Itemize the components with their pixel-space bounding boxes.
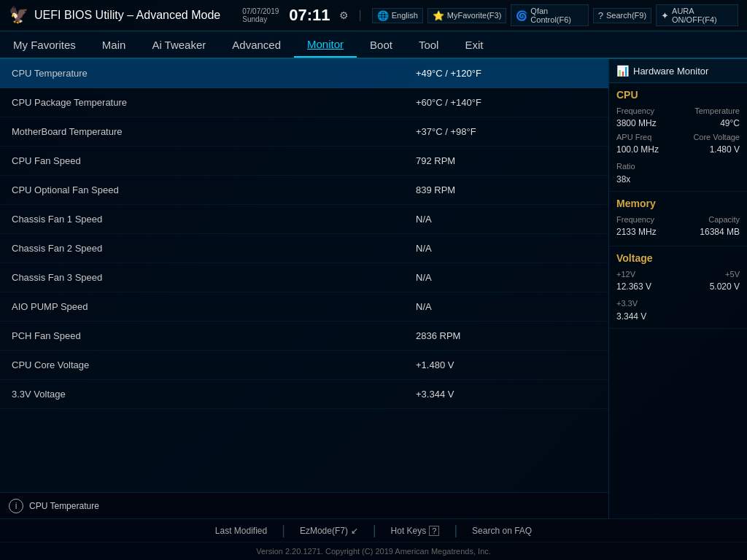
hw-v12-val: 12.363 V: [616, 281, 651, 292]
hotkeys-label: Hot Keys: [391, 526, 427, 536]
status-text: CPU Temperature: [29, 501, 99, 511]
main-nav: My Favorites Main Ai Tweaker Advanced Mo…: [0, 31, 747, 59]
footer-hotkeys[interactable]: Hot Keys ?: [376, 526, 454, 536]
header: 🦅 UEFI BIOS Utility – Advanced Mode 07/0…: [0, 0, 747, 31]
qfan-label: Qfan Control(F6): [530, 7, 583, 24]
hw-v12-val-row: 12.363 V 5.020 V: [616, 281, 740, 292]
row-label: PCH Fan Speed: [0, 330, 404, 341]
hw-v33-label: +3.3V: [616, 299, 638, 308]
footer-links: Last Modified | EzMode(F7) ↙ | Hot Keys …: [0, 519, 747, 542]
english-label: English: [392, 11, 418, 20]
row-value: +37°C / +98°F: [404, 126, 608, 137]
hotkeys-key: ?: [429, 526, 439, 536]
globe-icon: 🌐: [377, 10, 389, 21]
hw-mem-title: Memory: [616, 198, 740, 209]
nav-aitweaker[interactable]: Ai Tweaker: [139, 31, 219, 58]
hw-v12-row: +12V +5V: [616, 270, 740, 279]
table-row[interactable]: CPU Temperature +49°C / +120°F: [0, 59, 608, 88]
search-btn[interactable]: ? Search(F9): [593, 8, 651, 23]
hw-voltage-section: Voltage +12V +5V 12.363 V 5.020 V +3.3V …: [609, 246, 747, 329]
hw-corevolt-label: Core Voltage: [693, 133, 740, 141]
nav-boot[interactable]: Boot: [357, 31, 406, 58]
row-value: +49°C / +120°F: [404, 68, 608, 79]
hw-mem-freq-val: 2133 MHz: [616, 227, 657, 237]
table-row[interactable]: MotherBoard Temperature +37°C / +98°F: [0, 117, 608, 147]
hw-ratio-block: Ratio: [616, 159, 740, 172]
aura-label: AURA ON/OFF(F4): [672, 7, 733, 24]
status-bar: i CPU Temperature: [0, 492, 608, 518]
row-label: Chassis Fan 3 Speed: [0, 272, 404, 283]
footer-ezmode[interactable]: EzMode(F7) ↙: [285, 526, 373, 536]
row-label: CPU Fan Speed: [0, 155, 404, 166]
monitor-table: CPU Temperature +49°C / +120°F CPU Packa…: [0, 59, 608, 492]
nav-monitor[interactable]: Monitor: [294, 31, 357, 58]
table-row[interactable]: CPU Fan Speed 792 RPM: [0, 147, 608, 176]
nav-exit[interactable]: Exit: [452, 31, 496, 58]
hw-v5-label: +5V: [725, 270, 740, 279]
hw-v12-label: +12V: [616, 270, 635, 279]
table-row[interactable]: Chassis Fan 1 Speed N/A: [0, 205, 608, 234]
hw-mem-cap-label: Capacity: [708, 215, 740, 224]
row-label: Chassis Fan 2 Speed: [0, 243, 404, 254]
nav-tool[interactable]: Tool: [406, 31, 452, 58]
header-controls: 🌐 English ⭐ MyFavorite(F3) 🌀 Qfan Contro…: [372, 4, 738, 26]
row-label: CPU Package Temperature: [0, 97, 404, 108]
myfavorite-label: MyFavorite(F3): [447, 11, 502, 20]
hw-v33-val-block: 3.344 V: [616, 309, 740, 322]
hw-cpu-temp-val: 49°C: [720, 118, 740, 128]
question-icon: ?: [598, 10, 603, 21]
myfavorite-btn[interactable]: ⭐ MyFavorite(F3): [427, 8, 507, 23]
hw-volt-title: Voltage: [616, 252, 740, 264]
table-row[interactable]: PCH Fan Speed 2836 RPM: [0, 322, 608, 351]
row-value: N/A: [404, 214, 608, 225]
left-panel: CPU Temperature +49°C / +120°F CPU Packa…: [0, 59, 608, 518]
table-row[interactable]: CPU Optional Fan Speed 839 RPM: [0, 176, 608, 205]
hw-mem-freq-label: Frequency: [616, 215, 654, 224]
table-row[interactable]: CPU Package Temperature +60°C / +140°F: [0, 88, 608, 117]
hw-cpu-section: CPU Frequency Temperature 3800 MHz 49°C …: [609, 83, 747, 192]
table-row[interactable]: CPU Core Voltage +1.480 V: [0, 351, 608, 380]
table-row[interactable]: Chassis Fan 2 Speed N/A: [0, 234, 608, 263]
row-value: 2836 RPM: [404, 330, 608, 341]
hw-monitor-title: 📊 Hardware Monitor: [609, 59, 747, 83]
star-icon: ⭐: [433, 10, 444, 21]
main-content: CPU Temperature +49°C / +120°F CPU Packa…: [0, 59, 747, 518]
nav-main[interactable]: Main: [89, 31, 139, 58]
search-label: Search(F9): [606, 11, 646, 20]
row-value: N/A: [404, 301, 608, 312]
aura-icon: ✦: [661, 10, 669, 21]
gear-icon[interactable]: ⚙: [339, 9, 349, 21]
hw-memory-section: Memory Frequency Capacity 2133 MHz 16384…: [609, 192, 747, 246]
row-value: +60°C / +140°F: [404, 97, 608, 108]
header-datetime: 07/07/2019 Sunday: [242, 7, 279, 23]
row-value: +3.344 V: [404, 389, 608, 400]
row-label: MotherBoard Temperature: [0, 126, 404, 137]
hw-cpu-freq-val: 3800 MHz: [616, 118, 657, 128]
table-row[interactable]: AIO PUMP Speed N/A: [0, 292, 608, 322]
table-row[interactable]: Chassis Fan 3 Speed N/A: [0, 263, 608, 292]
hw-v5-val: 5.020 V: [710, 281, 740, 292]
hw-apu-label: APU Freq: [616, 133, 651, 141]
hw-ratio-val: 38x: [616, 174, 630, 184]
row-value: 792 RPM: [404, 155, 608, 166]
aura-btn[interactable]: ✦ AURA ON/OFF(F4): [656, 4, 738, 26]
nav-favorites[interactable]: My Favorites: [0, 31, 89, 58]
ezmode-icon: ↙: [351, 526, 358, 536]
footer-last-modified[interactable]: Last Modified: [201, 526, 282, 536]
hw-ratio-val-block: 38x: [616, 172, 740, 185]
row-label: CPU Temperature: [0, 68, 404, 79]
hw-cpu-title: CPU: [616, 89, 740, 101]
table-row[interactable]: 3.3V Voltage +3.344 V: [0, 380, 608, 409]
english-btn[interactable]: 🌐 English: [372, 8, 423, 23]
hw-v33-block: +3.3V: [616, 296, 740, 309]
row-label: CPU Core Voltage: [0, 359, 404, 370]
row-value: 839 RPM: [404, 184, 608, 195]
qfan-btn[interactable]: 🌀 Qfan Control(F6): [511, 4, 588, 26]
nav-advanced[interactable]: Advanced: [219, 31, 294, 58]
hw-cpu-freq-label: Frequency: [616, 106, 654, 115]
footer: Last Modified | EzMode(F7) ↙ | Hot Keys …: [0, 518, 747, 560]
hw-monitor-label: Hardware Monitor: [633, 66, 708, 77]
hw-apu-row: APU Freq Core Voltage: [616, 133, 740, 141]
row-label: Chassis Fan 1 Speed: [0, 214, 404, 225]
footer-search-faq[interactable]: Search on FAQ: [457, 526, 546, 536]
